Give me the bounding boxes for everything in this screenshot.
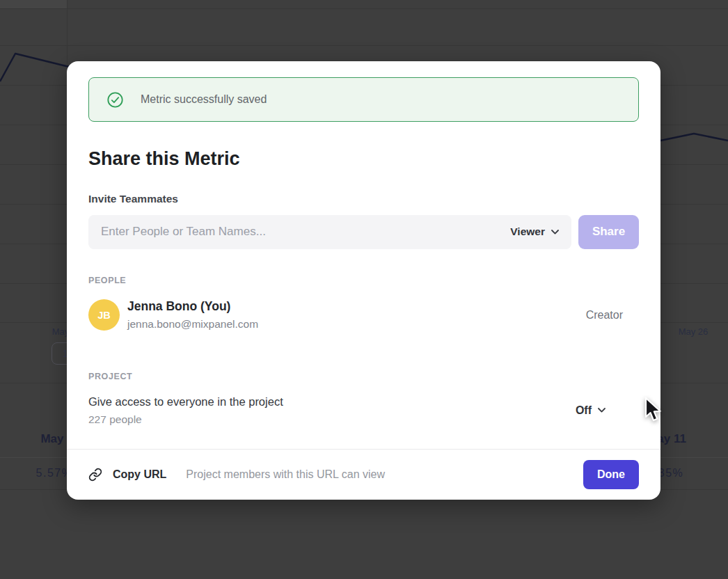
x-axis-label: May 26 xyxy=(679,326,709,337)
project-access-value: Off xyxy=(576,404,592,417)
person-row: JB Jenna Bono (You) jenna.bono@mixpanel.… xyxy=(88,299,639,331)
screen: May 19 May 26 1 May 5 May 11 5.57% 35% M… xyxy=(0,0,728,579)
project-access-row: Give access to everyone in the project 2… xyxy=(88,396,639,425)
invite-people-input[interactable] xyxy=(100,224,510,239)
person-info: Jenna Bono (You) jenna.bono@mixpanel.com xyxy=(127,301,586,330)
url-permission-hint: Project members with this URL can view xyxy=(186,468,583,481)
invite-row: Viewer Share xyxy=(88,215,639,249)
modal-footer: Copy URL Project members with this URL c… xyxy=(67,449,660,500)
share-button[interactable]: Share xyxy=(578,215,639,249)
chevron-down-icon xyxy=(598,408,606,413)
invite-input-container[interactable]: Viewer xyxy=(88,215,571,249)
chevron-down-icon xyxy=(551,230,559,235)
project-access-title: Give access to everyone in the project xyxy=(88,396,576,408)
person-email: jenna.bono@mixpanel.com xyxy=(127,319,586,330)
project-section-heading: PROJECT xyxy=(88,372,639,381)
role-dropdown-value: Viewer xyxy=(510,225,545,238)
avatar: JB xyxy=(88,299,120,331)
project-access-dropdown[interactable]: Off xyxy=(576,404,639,417)
modal-title: Share this Metric xyxy=(88,150,639,168)
people-section-heading: PEOPLE xyxy=(88,276,639,285)
done-button[interactable]: Done xyxy=(583,460,639,489)
toast-message: Metric successfully saved xyxy=(141,93,267,106)
project-access-info: Give access to everyone in the project 2… xyxy=(88,396,576,425)
role-dropdown[interactable]: Viewer xyxy=(510,225,559,238)
share-metric-modal: Metric successfully saved Share this Met… xyxy=(67,61,660,500)
invite-teammates-label: Invite Teammates xyxy=(88,193,639,205)
success-toast: Metric successfully saved xyxy=(88,77,639,122)
check-circle-icon xyxy=(107,92,123,108)
person-role-label: Creator xyxy=(586,309,639,322)
copy-url-label: Copy URL xyxy=(113,468,166,481)
person-name: Jenna Bono (You) xyxy=(127,301,586,313)
link-icon xyxy=(88,468,102,482)
table-value: 35% xyxy=(658,467,684,479)
copy-url-button[interactable]: Copy URL xyxy=(88,468,166,482)
project-people-count: 227 people xyxy=(88,414,576,425)
